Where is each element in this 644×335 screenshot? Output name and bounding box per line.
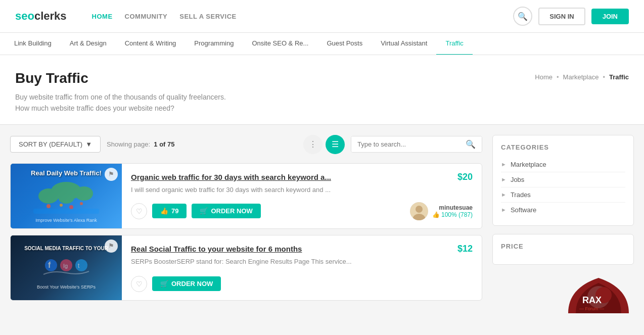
sidebar-price: PRICE xyxy=(492,234,634,265)
seller-name-1: minutesuae xyxy=(432,204,473,211)
thumb-rating-icon: 👍 xyxy=(432,211,440,218)
thumb-up-button-1[interactable]: 👍 79 xyxy=(152,204,187,218)
card-desc-1: I will send organic web traffic for 30 d… xyxy=(131,185,473,195)
svg-point-5 xyxy=(60,204,63,207)
svg-point-12 xyxy=(45,259,57,271)
sort-button[interactable]: SORT BY (DEFAULT) ▼ xyxy=(10,136,101,153)
sort-label: SORT BY (DEFAULT) xyxy=(19,140,82,148)
cat-onsite-seo[interactable]: Onsite SEO & Re... xyxy=(243,33,317,55)
card-actions-2: ♡ 🛒 ORDER NOW xyxy=(131,276,473,292)
rax-logo-container: RAX — Forum — xyxy=(492,273,634,313)
cat-virtual-assistant[interactable]: Virtual Assistant xyxy=(372,33,436,55)
cat-traffic[interactable]: Traffic xyxy=(436,33,472,55)
grid-view-button[interactable]: ⋮ xyxy=(303,135,323,154)
like-button-2[interactable]: ♡ xyxy=(131,276,147,292)
card-title-1[interactable]: Organic web traffic for 30 days with sea… xyxy=(131,172,449,182)
img-label1: Real Daily Web Traffic! xyxy=(31,169,102,177)
sidebar: CATEGORIES ► Marketplace ► Jobs ► Trades… xyxy=(492,135,634,313)
price-title: PRICE xyxy=(501,243,625,250)
view-toggle: ⋮ ☰ xyxy=(303,135,345,154)
seller-avatar-1 xyxy=(410,202,428,220)
hero-section: Buy Traffic Buy website traffic from one… xyxy=(0,55,644,125)
logo-part1: seo xyxy=(15,10,34,22)
thumb-up-icon: 👍 xyxy=(160,207,168,215)
cat-arrow-icon-4: ► xyxy=(501,207,507,213)
logo[interactable]: seoclerks xyxy=(15,10,67,23)
cart-icon-1: 🛒 xyxy=(200,207,208,215)
showing-value: 1 of 75 xyxy=(154,140,174,148)
breadcrumb-sep2: • xyxy=(603,73,605,81)
categories-title: CATEGORIES xyxy=(501,143,625,151)
card-price-2: $12 xyxy=(457,244,473,254)
sort-arrow-icon: ▼ xyxy=(85,140,92,148)
cat-link-building[interactable]: Link Building xyxy=(5,33,61,55)
header-search-button[interactable]: 🔍 xyxy=(513,7,532,26)
order-button-1[interactable]: 🛒 ORDER NOW xyxy=(192,204,260,218)
cat-art-design[interactable]: Art & Design xyxy=(61,33,116,55)
rax-logo: RAX — Forum — xyxy=(563,273,634,313)
seller-rating-1: 👍 100% (787) xyxy=(432,211,473,218)
card-title-2[interactable]: Real Social Traffic to your website for … xyxy=(131,244,449,254)
service-card: FEATURED Real Daily Web Traffic! xyxy=(10,163,482,229)
join-button[interactable]: JOIN xyxy=(591,9,629,24)
svg-point-4 xyxy=(47,204,51,208)
bookmark-button-2[interactable]: ⚑ xyxy=(105,240,118,253)
card-body-1: Organic web traffic for 30 days with sea… xyxy=(122,164,482,228)
list-icon: ☰ xyxy=(332,139,339,149)
grid-icon: ⋮ xyxy=(309,139,317,149)
cat-label-jobs: Jobs xyxy=(511,176,524,183)
breadcrumb-home[interactable]: Home xyxy=(535,73,553,81)
nav-community[interactable]: COMMUNITY xyxy=(125,13,168,20)
list-view-button[interactable]: ☰ xyxy=(326,135,345,154)
svg-point-16 xyxy=(75,259,87,271)
card-body-2: Real Social Traffic to your website for … xyxy=(122,235,482,300)
main-container: SORT BY (DEFAULT) ▼ Showing page: 1 of 7… xyxy=(0,125,644,323)
cat-item-jobs[interactable]: ► Jobs xyxy=(501,172,625,187)
cat-content-writing[interactable]: Content & Writing xyxy=(116,33,186,55)
seller-rating-value-1: 100% (787) xyxy=(441,211,473,218)
search-bar: 🔍 xyxy=(351,136,482,153)
order-button-2[interactable]: 🛒 ORDER NOW xyxy=(152,276,221,291)
cat-item-trades[interactable]: ► Trades xyxy=(501,187,625,203)
like-button-1[interactable]: ♡ xyxy=(131,203,147,219)
search-submit-button[interactable]: 🔍 xyxy=(459,136,482,152)
svg-point-2 xyxy=(59,194,74,204)
sidebar-categories: CATEGORIES ► Marketplace ► Jobs ► Trades… xyxy=(492,135,634,226)
order-label-1: ORDER NOW xyxy=(211,207,252,215)
breadcrumb-sep1: • xyxy=(557,73,559,81)
nav-sell[interactable]: SELL A SERVICE xyxy=(179,13,236,20)
breadcrumb-marketplace[interactable]: Marketplace xyxy=(563,73,599,81)
cat-guest-posts[interactable]: Guest Posts xyxy=(317,33,372,55)
header: seoclerks HOME COMMUNITY SELL A SERVICE … xyxy=(0,0,644,33)
img-social-label2: Boost Your Website's SERPs xyxy=(37,284,96,290)
cat-programming[interactable]: Programming xyxy=(185,33,243,55)
seller-details-1: minutesuae 👍 100% (787) xyxy=(432,204,473,218)
search-input[interactable] xyxy=(351,136,459,152)
svg-rect-8 xyxy=(33,209,99,214)
logo-part2: clerks xyxy=(34,10,67,22)
signin-button[interactable]: SIGN IN xyxy=(538,8,585,25)
cat-item-marketplace[interactable]: ► Marketplace xyxy=(501,157,625,172)
svg-text:RAX: RAX xyxy=(582,295,602,305)
card-image-1: FEATURED Real Daily Web Traffic! xyxy=(11,164,122,228)
cart-icon-2: 🛒 xyxy=(160,280,168,288)
cat-arrow-icon-1: ► xyxy=(501,161,507,167)
order-label-2: ORDER NOW xyxy=(171,280,213,288)
card-top-2: Real Social Traffic to your website for … xyxy=(131,244,473,254)
svg-point-6 xyxy=(69,205,73,209)
category-nav: Link Building Art & Design Content & Wri… xyxy=(0,33,644,55)
cat-label-trades: Trades xyxy=(511,191,531,199)
toolbar: SORT BY (DEFAULT) ▼ Showing page: 1 of 7… xyxy=(10,135,482,154)
header-right: 🔍 SIGN IN JOIN xyxy=(513,7,629,26)
seller-info-1: minutesuae 👍 100% (787) xyxy=(410,202,473,220)
bookmark-button-1[interactable]: ⚑ xyxy=(105,168,118,181)
breadcrumb: Home • Marketplace • Traffic xyxy=(535,73,629,81)
card-image-2: FEATURED SOCIAL MEDIA TRAFFIC TO YOUR f … xyxy=(11,235,122,300)
showing-text: Showing page: 1 of 75 xyxy=(107,140,297,148)
cat-item-software[interactable]: ► Software xyxy=(501,203,625,217)
nav-home[interactable]: HOME xyxy=(92,13,113,20)
main-nav: HOME COMMUNITY SELL A SERVICE xyxy=(92,13,498,20)
svg-point-7 xyxy=(80,202,83,205)
card-desc-2: SERPs BoosterSERP stand for: Search Engi… xyxy=(131,257,473,266)
showing-prefix: Showing page: xyxy=(107,140,150,148)
